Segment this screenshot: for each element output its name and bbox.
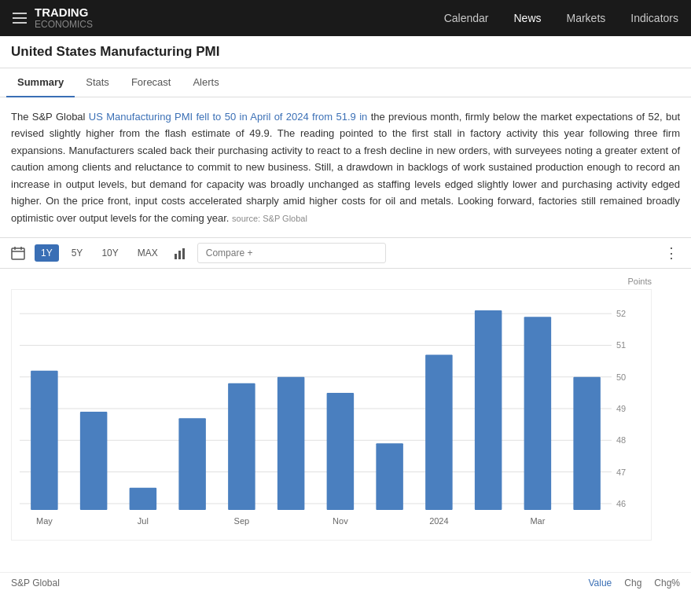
svg-rect-23 xyxy=(80,412,108,510)
tab-bar: Summary Stats Forecast Alerts xyxy=(0,68,691,97)
logo-text-line1: TRADING xyxy=(35,6,93,20)
tab-alerts[interactable]: Alerts xyxy=(182,68,230,97)
svg-rect-24 xyxy=(130,488,157,510)
svg-text:Sep: Sep xyxy=(234,516,250,526)
page-title: United States Manufacturing PMI xyxy=(11,44,680,60)
footer-col-value: Value xyxy=(588,578,612,588)
svg-rect-26 xyxy=(178,418,206,510)
svg-text:Mar: Mar xyxy=(530,516,545,526)
svg-text:52: 52 xyxy=(616,309,626,318)
nav-calendar[interactable]: Calendar xyxy=(444,12,489,24)
header: TRADING ECONOMICS Calendar News Markets … xyxy=(0,0,691,36)
logo: TRADING ECONOMICS xyxy=(35,6,93,31)
svg-text:51: 51 xyxy=(616,341,626,350)
svg-rect-35 xyxy=(475,310,502,510)
footer-source: S&P Global xyxy=(11,578,60,588)
tab-stats[interactable]: Stats xyxy=(75,68,120,97)
chart-footer: S&P Global Value Chg Chg% xyxy=(0,572,691,593)
svg-rect-38 xyxy=(573,377,601,510)
svg-rect-33 xyxy=(425,355,453,510)
hamburger-menu[interactable] xyxy=(13,13,27,24)
logo-area: TRADING ECONOMICS xyxy=(13,6,93,31)
svg-rect-27 xyxy=(228,383,255,510)
svg-text:May: May xyxy=(36,516,53,526)
page-title-bar: United States Manufacturing PMI xyxy=(0,36,691,68)
time-btn-10y[interactable]: 10Y xyxy=(95,244,124,262)
svg-rect-6 xyxy=(182,248,185,259)
compare-input[interactable] xyxy=(197,243,386,263)
svg-text:50: 50 xyxy=(616,372,626,382)
svg-text:49: 49 xyxy=(616,404,626,413)
footer-col-chg: Chg xyxy=(624,578,641,588)
svg-rect-32 xyxy=(376,443,403,510)
chart-svg: 52515049484746MayJulSepNov2024Mar xyxy=(12,290,651,540)
svg-text:47: 47 xyxy=(616,468,626,477)
nav-news[interactable]: News xyxy=(513,12,541,24)
chart-area: Points 52515049484746MayJulSepNov2024Mar xyxy=(0,269,691,572)
footer-col-chgpct: Chg% xyxy=(654,578,680,588)
svg-rect-36 xyxy=(524,317,552,510)
svg-text:Nov: Nov xyxy=(333,516,348,526)
calendar-icon[interactable] xyxy=(8,243,28,263)
summary-paragraph: The S&P Global US Manufacturing PMI fell… xyxy=(11,108,680,226)
summary-highlight-1: US Manufacturing PMI fell to 50 in April… xyxy=(89,111,367,123)
svg-rect-29 xyxy=(278,377,305,510)
tab-forecast[interactable]: Forecast xyxy=(120,68,182,97)
more-options-button[interactable]: ⋮ xyxy=(660,244,683,262)
logo-text-line2: ECONOMICS xyxy=(35,19,93,30)
chart-type-icon[interactable] xyxy=(171,243,191,263)
svg-rect-5 xyxy=(178,251,181,259)
summary-source: source: S&P Global xyxy=(232,214,307,223)
svg-text:48: 48 xyxy=(616,435,626,445)
chart-y-label: Points xyxy=(11,277,652,286)
summary-section: The S&P Global US Manufacturing PMI fell… xyxy=(0,97,691,237)
svg-text:2024: 2024 xyxy=(429,516,448,526)
chart-toolbar: 1Y 5Y 10Y MAX ⋮ xyxy=(0,237,691,269)
svg-text:46: 46 xyxy=(616,499,626,508)
tab-summary[interactable]: Summary xyxy=(6,68,75,97)
nav-markets[interactable]: Markets xyxy=(567,12,606,24)
time-btn-1y[interactable]: 1Y xyxy=(35,244,59,262)
time-btn-max[interactable]: MAX xyxy=(131,244,164,262)
svg-rect-4 xyxy=(175,254,177,259)
svg-text:Jul: Jul xyxy=(138,516,149,526)
svg-rect-30 xyxy=(327,393,355,510)
nav-indicators[interactable]: Indicators xyxy=(630,12,678,24)
chart-container: 52515049484746MayJulSepNov2024Mar xyxy=(11,289,652,541)
svg-rect-21 xyxy=(31,371,58,510)
time-btn-5y[interactable]: 5Y xyxy=(65,244,90,262)
svg-rect-0 xyxy=(12,248,24,259)
footer-columns: Value Chg Chg% xyxy=(588,578,680,588)
main-nav: Calendar News Markets Indicators xyxy=(444,12,678,24)
